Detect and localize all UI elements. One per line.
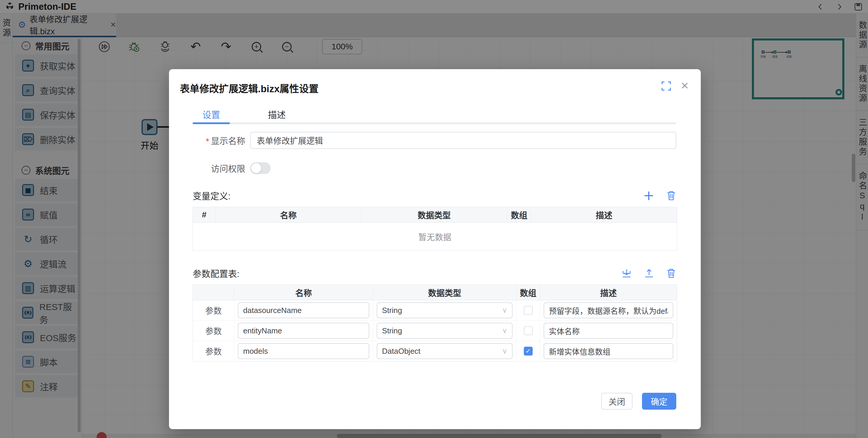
param-type-select[interactable]: String ∨ <box>377 323 513 339</box>
param-desc-input[interactable] <box>544 323 673 339</box>
col-datatype: 数据类型 <box>373 285 517 300</box>
tab-description[interactable]: 描述 <box>258 108 296 121</box>
param-name-input[interactable] <box>238 302 369 318</box>
tab-track-line <box>193 122 676 124</box>
col-name: 名称 <box>234 285 373 300</box>
close-button[interactable]: 关闭 <box>601 393 632 410</box>
col-description: 描述 <box>540 285 677 300</box>
display-name-label: *显示名称 <box>193 134 245 147</box>
array-checkbox-unchecked[interactable] <box>524 306 533 315</box>
param-row-models: 参数 DataObject ∨ ✓ <box>193 341 677 361</box>
chevron-down-icon: ∨ <box>502 306 507 315</box>
param-desc-input[interactable] <box>544 302 673 318</box>
col-array: 数组 <box>507 207 531 223</box>
col-kind <box>193 285 234 300</box>
param-type-select[interactable]: DataObject ∨ <box>377 343 513 359</box>
variables-table: # 名称 数据类型 数组 描述 暂无数据 <box>193 207 677 251</box>
param-kind: 参数 <box>193 300 234 321</box>
required-mark: * <box>206 137 209 146</box>
param-kind: 参数 <box>193 321 234 341</box>
delete-params-icon[interactable] <box>666 268 676 279</box>
param-type-select[interactable]: String ∨ <box>377 302 513 318</box>
empty-data-text: 暂无数据 <box>193 223 677 251</box>
col-datatype: 数据类型 <box>361 207 507 223</box>
param-row-entityName: 参数 String ∨ <box>193 321 677 341</box>
array-checkbox-checked[interactable]: ✓ <box>524 347 533 355</box>
params-section-label: 参数配置表: <box>193 267 239 280</box>
selected-type: String <box>382 326 402 335</box>
access-permission-label: 访问权限 <box>193 162 245 174</box>
import-params-icon[interactable] <box>621 268 632 279</box>
param-name-input[interactable] <box>238 343 369 359</box>
param-row-datasourceName: 参数 String ∨ <box>193 300 677 321</box>
dialog-tabs: 设置 描述 <box>193 108 676 124</box>
col-description: 描述 <box>531 207 677 223</box>
chevron-down-icon: ∨ <box>502 347 507 355</box>
chevron-down-icon: ∨ <box>502 327 507 335</box>
dialog-close-icon[interactable]: ✕ <box>681 80 689 92</box>
ok-button[interactable]: 确定 <box>642 393 676 410</box>
params-table-header: 名称 数据类型 数组 描述 <box>193 285 677 300</box>
param-desc-input[interactable] <box>544 343 673 359</box>
col-array: 数组 <box>517 285 540 300</box>
tab-settings[interactable]: 设置 <box>193 108 230 121</box>
col-index: # <box>193 207 216 223</box>
add-variable-icon[interactable]: + <box>643 188 654 202</box>
toggle-knob <box>251 163 261 173</box>
access-permission-toggle[interactable] <box>250 162 271 174</box>
param-name-input[interactable] <box>238 323 369 339</box>
properties-dialog: 表单修改扩展逻辑.bizx属性设置 ✕ 设置 描述 *显示名称 访问权限 变量定… <box>169 69 701 429</box>
fullscreen-icon[interactable] <box>661 81 671 91</box>
selected-type: String <box>382 306 402 315</box>
delete-variable-icon[interactable] <box>666 190 676 201</box>
display-name-input[interactable] <box>250 132 676 149</box>
array-checkbox-unchecked[interactable] <box>524 326 533 335</box>
params-table: 名称 数据类型 数组 描述 参数 String ∨ 参数 <box>193 285 677 361</box>
active-tab-indicator <box>193 122 230 124</box>
dialog-title: 表单修改扩展逻辑.bizx属性设置 <box>180 81 701 95</box>
param-kind: 参数 <box>193 341 234 361</box>
variables-table-header: # 名称 数据类型 数组 描述 <box>193 207 677 223</box>
col-name: 名称 <box>216 207 361 223</box>
variables-section-label: 变量定义: <box>193 189 230 202</box>
export-params-icon[interactable] <box>644 268 654 279</box>
selected-type: DataObject <box>382 347 421 356</box>
